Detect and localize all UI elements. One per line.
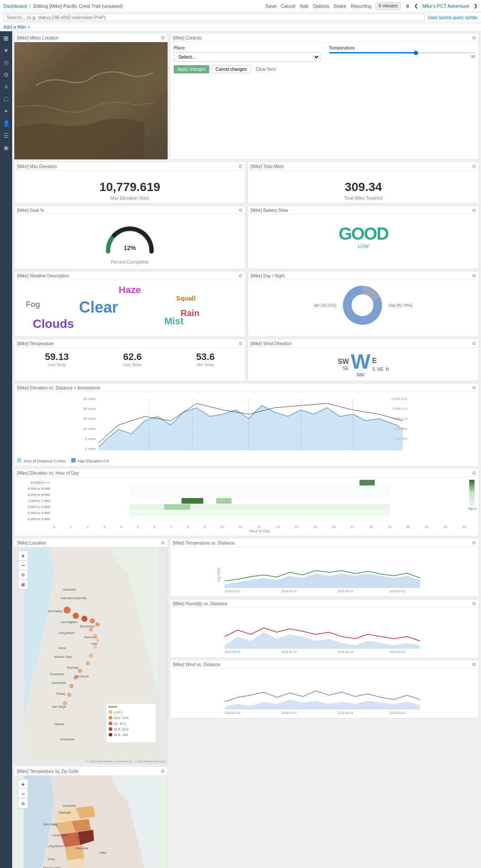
wind-distance-svg: 2018-03-30 2018-04-07 2018-04-14 2018-04…	[173, 671, 476, 715]
location-map-inner[interactable]: + − ⊙ ⊞	[14, 547, 168, 764]
min-temp-value: 53.6	[196, 351, 215, 363]
wind-n: N	[385, 366, 389, 372]
controls-panel: [Mike] Controls ⚙ Place Select... Temper…	[170, 33, 479, 160]
add-button[interactable]: Add	[300, 3, 309, 9]
legend-distance-icon	[17, 458, 21, 462]
temp-distance-panel: [Mike] Temperature vs. Distance ⚙ Avg. T…	[170, 538, 479, 597]
wind-se: SE	[343, 366, 349, 371]
temp-distance-title: [Mike] Temperature vs. Distance ⚙	[170, 538, 479, 547]
mikes-location-gear[interactable]: ⚙	[161, 35, 165, 41]
temperature-gear[interactable]: ⚙	[238, 341, 243, 347]
elevation-distance-gear[interactable]: ⚙	[472, 385, 476, 391]
prev-icon[interactable]: ❮	[414, 3, 418, 9]
slider-track[interactable]	[329, 52, 476, 53]
last-temp-value: 59.13	[45, 351, 69, 363]
elevation-hour-gear[interactable]: ⚙	[472, 470, 476, 476]
sidebar-icon-star[interactable]: ✦	[2, 108, 10, 115]
right-charts: [Mike] Temperature vs. Distance ⚙ Avg. T…	[170, 538, 479, 765]
apply-button[interactable]: Apply changes	[174, 65, 209, 73]
goal-content: 12% Percent Completion	[14, 215, 245, 269]
controls-gear[interactable]: ⚙	[472, 35, 476, 41]
max-elevation-panel: [Mike] Max Elevation ⚙ 10,779.619 Max El…	[14, 162, 246, 204]
weather-gear[interactable]: ⚙	[238, 273, 243, 279]
battery-gear[interactable]: ⚙	[472, 208, 476, 213]
total-miles-label: Total Miles Traveled	[250, 196, 476, 201]
sidebar-icon-settings[interactable]: ⚙	[2, 71, 10, 78]
sidebar-icon-target[interactable]: ◎	[2, 59, 10, 66]
place-select[interactable]: Select...	[174, 52, 320, 62]
cancel-button[interactable]: Cancel	[281, 3, 296, 9]
humidity-distance-gear[interactable]: ⚙	[472, 601, 476, 607]
svg-point-56	[89, 627, 93, 632]
options-button[interactable]: Options	[313, 3, 329, 9]
temp-zipcode-svg: Lancaster Palmdale Simi Valley Los Angel…	[14, 776, 168, 868]
svg-text:Long Beach: Long Beach	[59, 631, 75, 635]
total-miles-value: 309.34	[250, 180, 476, 194]
svg-point-71	[109, 716, 112, 719]
sidebar-icon-home[interactable]: ⊞	[2, 35, 10, 42]
clear-form-button[interactable]: Clear form	[253, 65, 279, 73]
zoom-out-button[interactable]: −	[18, 561, 28, 570]
max-elevation-gear[interactable]: ⚙	[238, 164, 243, 169]
svg-text:10 miles: 10 miles	[83, 427, 96, 431]
svg-text:Lancaster: Lancaster	[63, 804, 76, 807]
wind-direction-gear[interactable]: ⚙	[472, 341, 476, 347]
wind-distance-content: 2018-03-30 2018-04-07 2018-04-14 2018-04…	[170, 669, 479, 718]
sidebar-icon-user[interactable]: 👤	[2, 120, 10, 127]
temp-zoom-in[interactable]: +	[18, 779, 28, 789]
reporting-button[interactable]: Reporting	[351, 3, 372, 9]
total-miles-gear[interactable]: ⚙	[472, 164, 476, 169]
svg-point-53	[82, 616, 88, 622]
add-filter-button[interactable]: Add a filter +	[3, 24, 30, 30]
wind-w: W	[351, 351, 370, 372]
next-icon[interactable]: ❯	[474, 3, 478, 9]
wind-distance-gear[interactable]: ⚙	[472, 662, 476, 667]
pause-icon[interactable]: ⏸	[405, 3, 410, 9]
location-map-gear[interactable]: ⚙	[161, 540, 165, 546]
goal-gear[interactable]: ⚙	[238, 208, 243, 213]
total-miles-panel: [Mike] Total Miles ⚙ 309.34 Total Miles …	[247, 162, 479, 204]
zoom-in-button[interactable]: +	[18, 551, 28, 561]
sidebar-icon-hex[interactable]: ⬡	[2, 96, 10, 102]
row-2: [Mike] Max Elevation ⚙ 10,779.619 Max El…	[14, 162, 479, 204]
elevation-hour-title: [Mike] Elevation vs. Hour of Day ⚙	[14, 469, 479, 477]
max-elevation-label: Max Elevation (feet)	[17, 196, 243, 201]
map-options-button[interactable]: ⊙	[18, 570, 28, 580]
sidebar-icon-menu[interactable]: ≡	[2, 83, 10, 90]
temperature-label: Temperature	[329, 46, 476, 50]
svg-point-51	[64, 607, 71, 614]
row-1: [Mike] Mikes Location ⚙	[14, 33, 479, 160]
svg-text:22.3 - 41.9: 22.3 - 41.9	[114, 716, 129, 719]
word-clear: Clear	[79, 298, 118, 317]
battery-panel: [Mike] Battery State ⚙ GOOD LOW	[247, 205, 479, 269]
svg-text:Simi Valley: Simi Valley	[43, 823, 59, 826]
adventure-link[interactable]: Mike's PCT Adventure	[422, 3, 469, 9]
location-map-title: [Mike] Location ⚙	[14, 538, 168, 547]
svg-text:2018-04-07: 2018-04-07	[281, 711, 297, 714]
temp-zipcode-map[interactable]: + − ⊙	[14, 776, 168, 868]
max-temp-value: 62.6	[123, 351, 142, 363]
day-night-gear[interactable]: ⚙	[472, 273, 476, 279]
svg-point-73	[109, 722, 112, 725]
share-button[interactable]: Share	[333, 3, 346, 9]
cancel-changes-button[interactable]: Cancel changes	[212, 65, 251, 73]
timer-display: 6 minutes	[376, 2, 400, 10]
svg-text:Irvine: Irvine	[48, 858, 55, 861]
word-cloud: Haze Fog Clear Squall Rain Clouds Mist	[14, 280, 245, 337]
battery-sub: LOW	[358, 244, 369, 249]
sidebar-icon-list[interactable]: ☰	[2, 132, 10, 139]
sidebar-icon-circle[interactable]: ◉	[2, 144, 10, 151]
svg-point-60	[89, 653, 93, 658]
temp-distance-gear[interactable]: ⚙	[472, 540, 476, 546]
map-layer-button[interactable]: ⊞	[18, 580, 28, 589]
save-button[interactable]: Save	[265, 3, 276, 9]
temp-map-opt[interactable]: ⊙	[18, 799, 28, 808]
temp-zoom-out[interactable]: −	[18, 789, 28, 799]
row-maps-charts: [Mike] Location ⚙ + − ⊙ ⊞	[14, 538, 479, 765]
dashboard-link[interactable]: Dashboard	[3, 3, 27, 9]
search-input[interactable]	[3, 13, 425, 21]
svg-text:2018-04-14: 2018-04-14	[338, 590, 353, 593]
sidebar-icon-heart[interactable]: ♥	[2, 47, 10, 54]
temp-zipcode-gear[interactable]: ⚙	[161, 769, 165, 774]
lucene-link[interactable]: Uses lucene query syntax	[428, 15, 478, 20]
